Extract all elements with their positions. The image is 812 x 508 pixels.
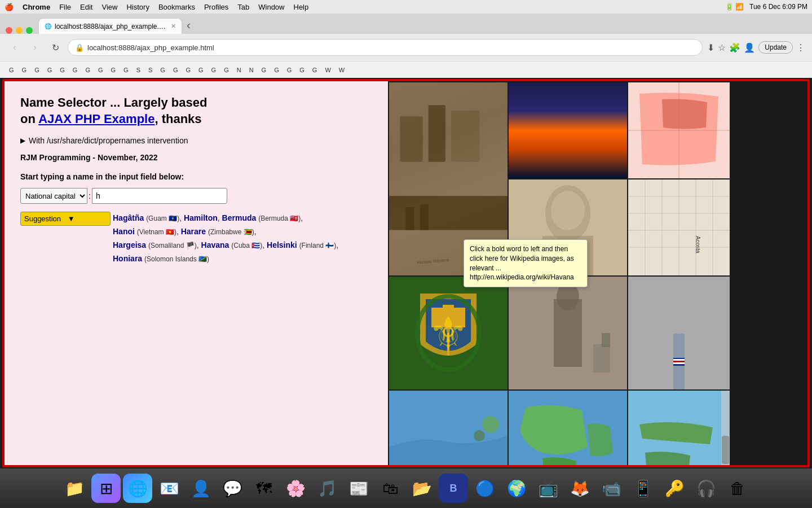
bookmark-item[interactable]: G	[120, 65, 132, 75]
dock-item-filezilla[interactable]: 📂	[407, 474, 436, 503]
bookmark-item[interactable]: W	[321, 65, 334, 75]
suggestion-hargeisa[interactable]: Hargeisa	[113, 240, 146, 249]
image-cell-2[interactable]	[509, 82, 627, 178]
dock-item-safari[interactable]: 🌐	[123, 474, 152, 503]
bookmark-item[interactable]: S	[133, 65, 144, 75]
dock-item-contacts[interactable]: 👤	[186, 474, 215, 503]
dock-item-mail[interactable]: 📧	[155, 474, 184, 503]
image-cell-10[interactable]	[509, 391, 627, 465]
bookmark-item[interactable]: G	[108, 65, 120, 75]
tab-close-button[interactable]: ✕	[171, 23, 176, 30]
image-cell-11[interactable]	[628, 391, 730, 465]
dock-item-finder[interactable]: 📁	[60, 474, 89, 503]
category-select[interactable]: National capital Country City Person	[20, 188, 87, 204]
dock-item-bbedit[interactable]: B	[439, 474, 468, 503]
bookmark-item[interactable]: G	[157, 65, 169, 75]
image-cell-7[interactable]	[509, 277, 627, 389]
dock-item-trash[interactable]: 🗑	[723, 474, 752, 503]
dock-item-maps[interactable]: 🗺	[249, 474, 279, 503]
bookmark-item[interactable]: N	[233, 65, 245, 75]
suggestion-hamilton[interactable]: Hamilton	[184, 213, 218, 222]
menu-file[interactable]: File	[59, 3, 71, 11]
dock-item-screen-sharing[interactable]: 📺	[533, 474, 563, 503]
bookmark-item[interactable]: G	[6, 65, 17, 75]
bookmark-item[interactable]: G	[56, 65, 68, 75]
image-cell-5[interactable]: Acosta	[628, 179, 730, 275]
bookmark-item[interactable]: G	[170, 65, 182, 75]
bookmark-item[interactable]: G	[19, 65, 30, 75]
bookmark-item[interactable]: W	[336, 65, 348, 75]
dock-item-appstore[interactable]: 🛍	[376, 474, 405, 503]
bookmark-item[interactable]: G	[258, 65, 270, 75]
image-cell-6[interactable]	[389, 277, 508, 389]
refresh-button[interactable]: ↻	[47, 40, 63, 55]
dock-item-photos[interactable]: 🌸	[281, 474, 310, 503]
bookmark-item[interactable]: G	[69, 65, 81, 75]
address-bar[interactable]: 🔒 localhost:8888/ajax_php_example.html	[68, 39, 703, 56]
extensions-icon[interactable]: 🧩	[729, 42, 740, 53]
menu-dots-icon[interactable]: ⋮	[796, 42, 805, 53]
dock-item-news[interactable]: 📰	[344, 474, 373, 503]
dock-item-launchpad[interactable]: ⊞	[91, 474, 121, 503]
suggestion-honiara[interactable]: Honiara	[113, 254, 142, 263]
dock-item-firefox[interactable]: 🦊	[565, 474, 594, 503]
bookmark-item[interactable]: G	[296, 65, 308, 75]
disclosure-triangle[interactable]: ▶	[20, 137, 25, 144]
bookmark-item[interactable]: G	[271, 65, 283, 75]
suggestion-hagat-na[interactable]: Hagâtña	[113, 213, 144, 222]
traffic-light-green[interactable]	[26, 27, 33, 34]
bookmark-item[interactable]: G	[95, 65, 107, 75]
menu-edit[interactable]: Edit	[80, 3, 92, 11]
suggestion-hanoi[interactable]: Hanoi	[113, 227, 135, 236]
suggestion-helsinki[interactable]: Helsinki	[267, 240, 297, 249]
bookmark-item[interactable]: G	[82, 65, 94, 75]
name-input[interactable]	[92, 188, 227, 204]
traffic-light-yellow[interactable]	[16, 27, 23, 34]
bookmark-item[interactable]: G	[309, 65, 321, 75]
menu-help[interactable]: Help	[294, 3, 309, 11]
ajax-example-link[interactable]: AJAX PHP Example	[38, 112, 155, 126]
image-cell-9[interactable]	[389, 391, 508, 465]
download-icon[interactable]: ⬇	[707, 42, 714, 53]
bookmark-item[interactable]: N	[246, 65, 257, 75]
bookmark-item[interactable]: G	[195, 65, 207, 75]
suggestion-bermuda[interactable]: Bermuda	[222, 213, 257, 222]
dock-item-facetime[interactable]: 📱	[628, 474, 657, 503]
menu-tab[interactable]: Tab	[237, 3, 249, 11]
bookmark-item[interactable]: G	[44, 65, 56, 75]
bookmark-item[interactable]: G	[182, 65, 194, 75]
dock-item-spotify[interactable]: 🎧	[691, 474, 721, 503]
tooltip-box[interactable]: Click a bold word to left and then click…	[464, 239, 588, 287]
bookmark-icon[interactable]: ☆	[718, 42, 726, 53]
dock-item-chrome[interactable]: 🔵	[470, 474, 500, 503]
menu-profiles[interactable]: Profiles	[204, 3, 228, 11]
bookmark-item[interactable]: S	[145, 65, 156, 75]
menu-history[interactable]: History	[126, 3, 149, 11]
suggestion-harare[interactable]: Harare	[181, 227, 206, 236]
back-button[interactable]: ‹	[7, 40, 23, 55]
suggestion-havana[interactable]: Havana	[201, 240, 230, 249]
menu-bookmarks[interactable]: Bookmarks	[158, 3, 195, 11]
suggestion-select[interactable]: Suggestion ▼	[20, 212, 111, 226]
new-tab-button[interactable]: ‹	[187, 19, 191, 32]
bookmark-item[interactable]: G	[220, 65, 232, 75]
apple-menu[interactable]: 🍎	[5, 3, 14, 11]
menu-window[interactable]: Window	[258, 3, 284, 11]
traffic-light-red[interactable]	[6, 27, 12, 34]
active-tab[interactable]: 🌐 localhost:8888/ajax_php_example.html ✕	[38, 18, 182, 34]
dock-item-messages[interactable]: 💬	[218, 474, 247, 503]
update-button[interactable]: Update	[758, 41, 793, 54]
dock-item-1password[interactable]: 🔑	[660, 474, 689, 503]
bookmark-item[interactable]: G	[284, 65, 295, 75]
right-image-panel[interactable]: Historic Havana	[388, 81, 807, 465]
menu-chrome[interactable]: Chrome	[23, 3, 50, 11]
profile-icon[interactable]: 👤	[744, 42, 755, 53]
image-cell-8[interactable]	[628, 277, 730, 389]
dock-item-music[interactable]: 🎵	[312, 474, 342, 503]
forward-button[interactable]: ›	[27, 40, 43, 55]
image-cell-3[interactable]	[628, 82, 730, 178]
dock-item-zoom[interactable]: 📹	[597, 474, 626, 503]
menu-view[interactable]: View	[102, 3, 117, 11]
bookmark-item[interactable]: G	[31, 65, 43, 75]
dock-item-maps2[interactable]: 🌍	[502, 474, 531, 503]
